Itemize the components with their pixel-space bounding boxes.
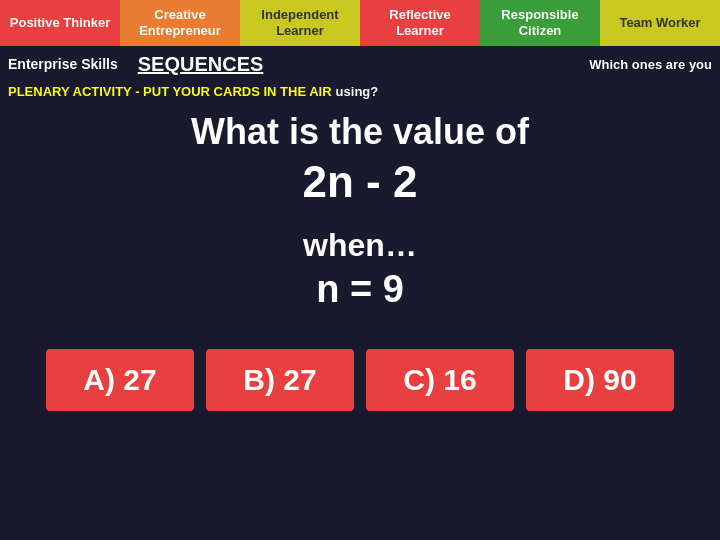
expression: 2n - 2 [303,157,418,207]
tab-team[interactable]: Team Worker [600,0,720,46]
top-tabs: Positive Thinker Creative Entrepreneur I… [0,0,720,46]
main-content: What is the value of 2n - 2 when… n = 9 [0,101,720,345]
question-line1: What is the value of [191,111,529,153]
answer-d-button[interactable]: D) 90 [526,349,674,411]
tab-positive[interactable]: Positive Thinker [0,0,120,46]
tab-reflective[interactable]: Reflective Learner [360,0,480,46]
second-row: Enterprise Skills SEQUENCES Which ones a… [0,46,720,82]
answers-row: A) 27 B) 27 C) 16 D) 90 [0,349,720,411]
n-value: n = 9 [316,268,404,311]
tab-creative[interactable]: Creative Entrepreneur [120,0,240,46]
plenary-text: PLENARY ACTIVITY - PUT YOUR CARDS IN THE… [8,84,332,99]
answer-a-button[interactable]: A) 27 [46,349,194,411]
using-text: using? [336,84,379,99]
answer-b-button[interactable]: B) 27 [206,349,354,411]
tab-responsible[interactable]: Responsible Citizen [480,0,600,46]
answer-c-button[interactable]: C) 16 [366,349,514,411]
sequences-label: SEQUENCES [138,53,589,76]
which-ones-label: Which ones are you [589,57,712,72]
when-text: when… [303,227,417,264]
enterprise-skills-label: Enterprise Skills [8,56,118,72]
tab-independent[interactable]: Independent Learner [240,0,360,46]
plenary-row: PLENARY ACTIVITY - PUT YOUR CARDS IN THE… [0,82,720,101]
